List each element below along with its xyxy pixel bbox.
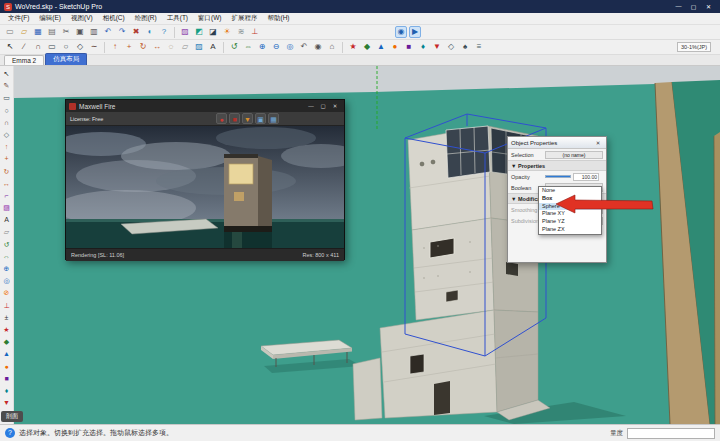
eraser-icon[interactable]: ▱ (1, 226, 12, 237)
display-settings-icon[interactable]: ▣ (255, 113, 266, 124)
paste-icon[interactable]: ▥ (88, 26, 100, 38)
walk-icon[interactable]: ⌂ (326, 41, 338, 53)
menu-item[interactable]: 帮助(H) (263, 14, 295, 23)
rotate-icon[interactable]: ↻ (1, 166, 12, 177)
plugin-a-icon[interactable]: ★ (347, 41, 359, 53)
styles-icon[interactable]: ◪ (207, 26, 219, 38)
dropdown-item-none[interactable]: None (539, 187, 601, 195)
render-window-titlebar[interactable]: Maxwell Fire — ▢ ✕ (66, 100, 344, 112)
measurement-input[interactable] (627, 428, 715, 439)
plugin-a-icon[interactable]: ★ (1, 324, 12, 335)
plugin-d-icon[interactable]: ● (1, 361, 12, 372)
dimensions-icon[interactable]: ± (1, 312, 12, 323)
arc-icon[interactable]: ∩ (1, 117, 12, 128)
eraser-icon[interactable]: ▱ (179, 41, 191, 53)
text-icon[interactable]: A (1, 214, 12, 225)
maximize-icon[interactable]: ▢ (686, 3, 701, 10)
plugin-c-icon[interactable]: ▲ (375, 41, 387, 53)
push-pull-icon[interactable]: ↑ (109, 41, 121, 53)
line-icon[interactable]: ∕ (18, 41, 30, 53)
pencil-icon[interactable]: ✎ (1, 80, 12, 91)
dropdown-item-plane-xy[interactable]: Plane XY (539, 210, 601, 218)
title-bar[interactable]: S WoVred.skp - SketchUp Pro — ▢ ✕ (0, 0, 720, 13)
plugin-e-icon[interactable]: ■ (1, 373, 12, 384)
vray-render-icon[interactable]: ◉ (395, 26, 407, 38)
arc-icon[interactable]: ∩ (32, 41, 44, 53)
zoom-in-icon[interactable]: ⊕ (256, 41, 268, 53)
pan-icon[interactable]: ⇔ (242, 41, 254, 53)
menu-item[interactable]: 编辑(E) (34, 14, 66, 23)
minimize-icon[interactable]: — (671, 3, 686, 10)
zoom-extents-icon[interactable]: ◎ (1, 275, 12, 286)
paint-bucket-icon[interactable]: ▨ (193, 41, 205, 53)
vray-frame-buffer-icon[interactable]: ▶ (409, 26, 421, 38)
dialog-titlebar[interactable]: Object Properties ✕ (508, 137, 606, 149)
rotate-icon[interactable]: ↻ (137, 41, 149, 53)
help-icon[interactable]: ? (5, 428, 15, 438)
menu-item[interactable]: 扩展程序 (227, 14, 263, 23)
properties-section-header[interactable]: ▼ Properties (508, 160, 606, 171)
fog-icon[interactable]: ≋ (235, 26, 247, 38)
model-info-icon[interactable]: ◐ (144, 26, 156, 38)
tape-measure-icon[interactable]: ⌐ (1, 190, 12, 201)
close-icon[interactable]: ✕ (701, 3, 716, 10)
select-icon[interactable]: ↖ (4, 41, 16, 53)
menu-item[interactable]: 窗口(W) (193, 14, 226, 23)
render-maximize-icon[interactable]: ▢ (317, 103, 329, 109)
plugin-j-icon[interactable]: ≡ (473, 41, 485, 53)
menu-item[interactable]: 相机(C) (98, 14, 130, 23)
styles-dropdown[interactable]: 30-1%(JP) (677, 42, 711, 52)
dialog-close-icon[interactable]: ✕ (593, 140, 603, 146)
scene-tab-2[interactable]: 仿真布局 (45, 53, 87, 65)
menu-item[interactable]: 文件(F) (3, 14, 34, 23)
orbit-icon[interactable]: ↺ (228, 41, 240, 53)
shadows-icon[interactable]: ☀ (221, 26, 233, 38)
move-icon[interactable]: + (1, 153, 12, 164)
rectangle-icon[interactable]: ▭ (46, 41, 58, 53)
opacity-slider[interactable] (545, 175, 571, 178)
zoom-extents-icon[interactable]: ◎ (284, 41, 296, 53)
plugin-g-icon[interactable]: ▼ (1, 397, 12, 408)
position-camera-icon[interactable]: ◉ (312, 41, 324, 53)
scale-icon[interactable]: ↔ (151, 41, 163, 53)
erase-icon[interactable]: ✖ (130, 26, 142, 38)
new-icon[interactable]: ▭ (4, 26, 16, 38)
pause-render-icon[interactable]: ■ (229, 113, 240, 124)
copy-icon[interactable]: ▣ (74, 26, 86, 38)
print-icon[interactable]: ▤ (46, 26, 58, 38)
menu-item[interactable]: 工具(T) (162, 14, 193, 23)
plugin-e-icon[interactable]: ■ (403, 41, 415, 53)
plugin-h-icon[interactable]: ◇ (445, 41, 457, 53)
components-icon[interactable]: ◩ (193, 26, 205, 38)
polygon-icon[interactable]: ◇ (74, 41, 86, 53)
freehand-icon[interactable]: ∼ (88, 41, 100, 53)
offset-icon[interactable]: ◌ (165, 41, 177, 53)
save-image-icon[interactable]: ▼ (242, 113, 253, 124)
plugin-b-icon[interactable]: ◆ (361, 41, 373, 53)
plugin-c-icon[interactable]: ▲ (1, 348, 12, 359)
text-icon[interactable]: A (207, 41, 219, 53)
previous-view-icon[interactable]: ↶ (298, 41, 310, 53)
push-pull-icon[interactable]: ↑ (1, 141, 12, 152)
opacity-value[interactable]: 100.00 (573, 173, 599, 181)
dropdown-item-plane-yz[interactable]: Plane YZ (539, 218, 601, 226)
section-plane-icon[interactable]: ⊘ (1, 287, 12, 298)
section-panel-tab[interactable]: 剖面 (1, 411, 23, 422)
render-minimize-icon[interactable]: — (305, 103, 317, 109)
plugin-f-icon[interactable]: ♦ (1, 385, 12, 396)
cut-icon[interactable]: ✂ (60, 26, 72, 38)
select-icon[interactable]: ↖ (1, 68, 12, 79)
channels-icon[interactable]: ▦ (268, 113, 279, 124)
paint-icon[interactable]: ▨ (1, 202, 12, 213)
axes-icon[interactable]: ⊥ (249, 26, 261, 38)
menu-item[interactable]: 绘图(R) (130, 14, 162, 23)
menu-item[interactable]: 视图(V) (66, 14, 98, 23)
plugin-b-icon[interactable]: ◆ (1, 336, 12, 347)
move-icon[interactable]: + (123, 41, 135, 53)
stop-render-icon[interactable]: ● (216, 113, 227, 124)
undo-icon[interactable]: ↶ (102, 26, 114, 38)
dropdown-item-sphere[interactable]: Sphere (539, 203, 601, 211)
scene-tab-1[interactable]: Emma 2 (4, 55, 44, 65)
redo-icon[interactable]: ↷ (116, 26, 128, 38)
axes-icon[interactable]: ⊥ (1, 300, 12, 311)
